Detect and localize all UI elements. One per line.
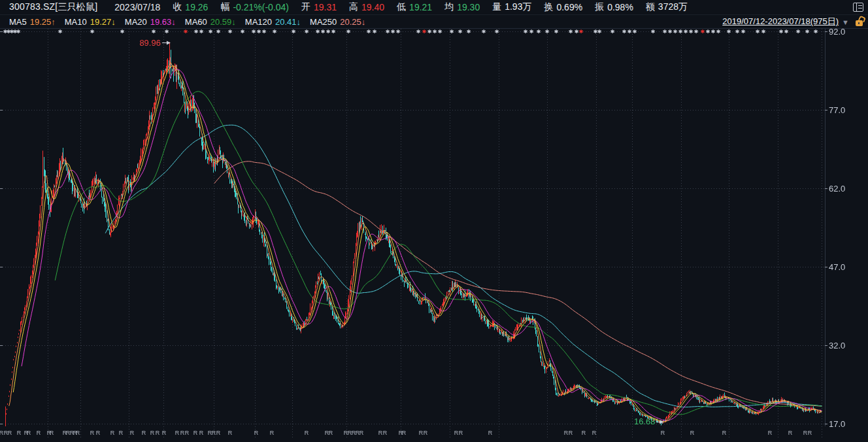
quote-field-label: 振 xyxy=(595,1,604,13)
ma-legend-ma20: MA2019.63↓ xyxy=(125,17,176,27)
date-range-text[interactable]: 2019/07/12-2023/07/18(975日) xyxy=(722,16,839,27)
stock-symbol: 300783.SZ[三只松鼠] xyxy=(9,1,97,13)
quote-field-high: 高19.40 xyxy=(349,1,384,13)
price-axis-label: 62.0 xyxy=(829,184,845,194)
high-price-annotation: 89.96 xyxy=(115,38,161,48)
quote-field-label: 幅 xyxy=(220,1,229,13)
quote-field-label: 额 xyxy=(646,1,655,13)
chevron-down-icon[interactable]: ▼ xyxy=(842,18,849,26)
ma-value: 19.27↓ xyxy=(90,17,116,27)
quote-field-value: 19.30 xyxy=(457,2,480,12)
quote-field-label: 均 xyxy=(444,1,454,13)
quote-field-low: 低19.21 xyxy=(397,1,432,13)
unlock-icon[interactable] xyxy=(856,20,863,26)
quote-field-label: 开 xyxy=(301,1,310,13)
quote-field-amplitude: 振0.98% xyxy=(595,1,633,13)
quote-field-avg: 均19.30 xyxy=(444,1,480,13)
date-range-selector[interactable]: 2019/07/12-2023/07/18(975日) ▼ xyxy=(722,16,868,27)
quote-field-value: 19.31 xyxy=(314,2,337,12)
ma-value: 19.25↑ xyxy=(30,17,56,27)
ma-legend-bar: MA519.25↑MA1019.27↓MA2019.63↓MA6020.59↓M… xyxy=(0,15,868,29)
quote-field-label: 量 xyxy=(492,1,501,13)
quote-field-label: 高 xyxy=(349,1,358,13)
ma-legend-items: MA519.25↑MA1019.27↓MA2019.63↓MA6020.59↓M… xyxy=(0,17,365,27)
ma-label: MA60 xyxy=(185,17,207,27)
ma-label: MA5 xyxy=(9,17,27,27)
quote-field-value: 1.93万 xyxy=(505,1,531,13)
ma-legend-ma10: MA1019.27↓ xyxy=(65,17,116,27)
quote-field-amount: 额3728万 xyxy=(646,1,688,13)
ma-value: 20.41↓ xyxy=(275,17,301,27)
layout-panel-icon[interactable] xyxy=(853,3,863,12)
ma-label: MA20 xyxy=(125,17,147,27)
ma-legend-ma120: MA12020.41↓ xyxy=(245,17,301,27)
ma-label: MA10 xyxy=(65,17,87,27)
quote-field-value: 0.69% xyxy=(556,2,582,12)
price-axis-label: 32.0 xyxy=(829,341,845,350)
quote-field-value: 3728万 xyxy=(658,1,688,13)
ma-label: MA120 xyxy=(245,17,272,27)
price-axis-label: 47.0 xyxy=(829,262,845,272)
price-axis-label: 77.0 xyxy=(829,105,845,115)
quote-field-value: 19.26 xyxy=(185,2,208,12)
ma-value: 20.59↓ xyxy=(210,17,236,27)
ma-legend-ma5: MA519.25↑ xyxy=(9,17,56,27)
quote-field-label: 低 xyxy=(397,1,406,13)
ma-legend-ma60: MA6020.59↓ xyxy=(185,17,236,27)
ma-value: 20.25↓ xyxy=(340,17,365,27)
quote-fields: 收19.26幅-0.21%(-0.04)开19.31高19.40低19.21均1… xyxy=(160,1,688,13)
quote-field-label: 收 xyxy=(173,1,182,13)
quote-field-volume: 量1.93万 xyxy=(492,1,531,13)
quote-field-value: 19.21 xyxy=(409,2,432,12)
ma-legend-ma250: MA25020.25↓ xyxy=(310,17,365,27)
ma-label: MA250 xyxy=(310,17,337,27)
quote-field-change: 幅-0.21%(-0.04) xyxy=(220,1,289,13)
trade-date: 2023/07/18 xyxy=(114,2,160,12)
low-price-annotation: 16.68 xyxy=(609,416,655,426)
quote-field-close: 收19.26 xyxy=(173,1,208,13)
quote-field-value: 0.98% xyxy=(607,2,633,12)
candlestick-chart[interactable] xyxy=(0,0,868,442)
quote-field-value: 19.40 xyxy=(361,2,384,12)
quote-field-value: -0.21%(-0.04) xyxy=(233,2,289,12)
quote-field-label: 换 xyxy=(544,1,553,13)
ma-value: 19.63↓ xyxy=(150,17,176,27)
quote-field-turnover: 换0.69% xyxy=(544,1,582,13)
price-axis-label: 17.0 xyxy=(829,419,845,429)
quote-header-bar: 300783.SZ[三只松鼠] 2023/07/18 收19.26幅-0.21%… xyxy=(0,0,868,15)
quote-field-open: 开19.31 xyxy=(301,1,337,13)
